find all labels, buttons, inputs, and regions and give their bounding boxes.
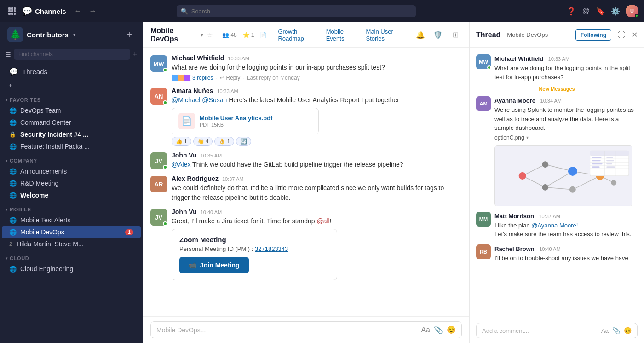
thread-message-content: Matt Morrison 10:37 AM I like the plan @… <box>494 212 638 239</box>
thread-message-header: Michael Whitfield 10:33 AM <box>494 54 638 63</box>
zoom-id-link[interactable]: 3271823343 <box>255 245 288 252</box>
thread-comment-input[interactable] <box>482 327 598 334</box>
message-sender-name: Michael Whitfield <box>172 54 224 62</box>
workspace-selector[interactable]: 🌲 Contributors ▾ <box>7 27 76 42</box>
zoom-meeting-id: Personal Meeting ID (PMI) : 3271823343 <box>179 245 329 252</box>
emoji-icon[interactable]: 😊 <box>624 327 632 334</box>
zoom-meeting-card: Zoom Meeting Personal Meeting ID (PMI) :… <box>172 229 337 280</box>
image-preview-card[interactable] <box>494 145 632 206</box>
cloud-chevron-icon: ▾ <box>6 256 8 261</box>
add-channel-button[interactable]: + <box>123 29 135 41</box>
favorites-section: ▾ FAVORITES 🌐 DevOps Team 🌐 Command Cent… <box>0 95 143 152</box>
workspace-name[interactable]: Contributors <box>27 31 69 39</box>
reaction-wave[interactable]: 👋4 <box>193 137 213 146</box>
lock-icon: 🔒 <box>9 131 17 138</box>
shield-icon[interactable]: 🛡️ <box>431 29 444 41</box>
search-input[interactable] <box>177 5 416 17</box>
filter-button[interactable]: ☰ <box>6 51 11 58</box>
grid-icon[interactable] <box>6 5 18 17</box>
sidebar-item-devops-team[interactable]: 🌐 DevOps Team <box>2 105 141 116</box>
attachment-icon[interactable]: 📎 <box>612 327 620 334</box>
file-attachment-card[interactable]: 📄 Mobile User Analytics.pdf PDF 15KB <box>172 108 319 134</box>
sidebar-add-channel-icon[interactable]: + <box>133 50 137 58</box>
emoji-icon[interactable]: 😊 <box>447 326 456 334</box>
font-size-icon[interactable]: Aa <box>601 327 609 334</box>
reaction-ok[interactable]: 👌1 <box>214 137 234 146</box>
sidebar-item-announcements[interactable]: 🌐 Announcements <box>2 165 141 177</box>
thread-replies-link[interactable]: 3 replies <box>192 75 213 81</box>
sidebar-item-label: Announcements <box>20 168 133 175</box>
add-item-row[interactable]: ＋ <box>0 80 143 92</box>
cloud-section-header[interactable]: ▾ CLOUD <box>0 254 143 263</box>
sidebar-item-dm-hilda[interactable]: 2 Hilda Martin, Steve M... <box>2 238 141 250</box>
sidebar-search-row: ☰ + <box>0 47 143 64</box>
sidebar-item-cloud-engineering[interactable]: 🌐 Cloud Engineering <box>2 263 141 275</box>
channel-panel: Mobile DevOps ▾ ☆ 👥 48 ⭐ 1 📄 Growth Road… <box>143 22 469 343</box>
sidebar-item-rd-meeting[interactable]: 🌐 R&D Meeting <box>2 177 141 189</box>
channel-link-mobile-events[interactable]: Mobile Events <box>322 28 362 42</box>
company-section-header[interactable]: ▾ COMPANY <box>0 156 143 165</box>
sidebar-item-command-center[interactable]: 🌐 Command Center <box>2 116 141 128</box>
user-avatar[interactable]: U <box>626 5 638 17</box>
attachment-icon[interactable]: 📎 <box>434 326 443 334</box>
unread-badge: 1 <box>125 229 133 235</box>
sidebar-item-label: Hilda Martin, Steve M... <box>17 240 133 248</box>
message-avatar: JV <box>150 209 167 226</box>
nav-back-button[interactable]: ← <box>72 5 85 17</box>
thread-panel: Thread Mobile DevOps Following ⛶ ✕ MW Mi… <box>469 22 644 343</box>
svg-rect-40 <box>606 157 613 158</box>
help-icon[interactable]: ❓ <box>567 6 576 16</box>
reaction-refresh[interactable]: 🔄 <box>236 137 251 146</box>
chevron-down-icon: ▾ <box>526 135 529 140</box>
threads-nav-item[interactable]: 💬 Threads <box>2 64 141 80</box>
join-meeting-button[interactable]: 📹 Join Meeting <box>179 257 249 273</box>
svg-rect-39 <box>592 166 600 168</box>
mobile-section-header[interactable]: ▾ MOBILE <box>0 205 143 214</box>
close-icon[interactable]: ✕ <box>632 30 638 39</box>
sidebar: 🌲 Contributors ▾ + ☰ + 💬 Threads ＋ ▾ <box>0 22 143 343</box>
message-sender-name: Alex Rodriguez <box>172 175 218 182</box>
font-size-icon[interactable]: Aa <box>421 326 430 334</box>
expand-icon[interactable]: ⛶ <box>618 31 625 39</box>
layout-icon[interactable]: ⊞ <box>449 29 462 41</box>
svg-rect-7 <box>11 13 13 15</box>
sidebar-item-welcome[interactable]: 🌐 Welcome <box>2 189 141 201</box>
sidebar-item-security-incident[interactable]: 🔒 Security Incident #4 ... <box>2 128 141 140</box>
channel-link-growth-roadmap[interactable]: Growth Roadmap <box>274 28 322 42</box>
message-header: Amara Nuñes 10:33 AM <box>172 87 462 94</box>
mobile-chevron-icon: ▾ <box>6 207 8 212</box>
company-section-label: COMPANY <box>10 158 37 163</box>
sidebar-item-mobile-test-alerts[interactable]: 🌐 Mobile Test Alerts <box>2 214 141 226</box>
svg-rect-28 <box>590 151 629 156</box>
channel-chevron-icon[interactable]: ▾ <box>201 32 203 38</box>
sidebar-item-mobile-devops[interactable]: 🌐 Mobile DevOps 1 <box>2 226 141 238</box>
message-timestamp: 10:35 AM <box>201 153 222 158</box>
settings-icon[interactable]: ⚙️ <box>611 6 620 16</box>
svg-rect-6 <box>8 13 11 15</box>
image-filename: optionC.png <box>494 134 524 141</box>
bookmark-icon[interactable]: 🔖 <box>596 6 605 16</box>
thread-input-box: Aa 📎 😊 <box>476 323 638 338</box>
thread-message-text: We're using Splunk to monitor the loggin… <box>494 105 638 133</box>
reaction-thumbsup[interactable]: 👍1 <box>172 137 191 146</box>
channel-message-input[interactable] <box>156 326 417 334</box>
mention-icon[interactable]: @ <box>581 6 591 16</box>
channel-link-main-user-stories[interactable]: Main User Stories <box>362 28 410 42</box>
mention-ayanna: @Ayanna Moore! <box>531 222 578 229</box>
channel-star-icon[interactable]: ☆ <box>207 31 213 39</box>
notification-bell-icon[interactable]: 🔔 <box>414 29 427 41</box>
sidebar-item-feature-install[interactable]: 🌐 Feature: Install Packa ... <box>2 140 141 152</box>
svg-rect-37 <box>592 160 601 161</box>
svg-rect-43 <box>606 166 615 168</box>
join-button-label: Join Meeting <box>200 262 240 269</box>
online-status-dot <box>635 14 638 17</box>
reply-button[interactable]: ↩ Reply <box>220 75 240 81</box>
message-sender-name: John Vu <box>172 208 197 215</box>
avatar-online-dot <box>163 221 167 226</box>
following-button[interactable]: Following <box>575 29 611 41</box>
favorites-section-header[interactable]: ▾ FAVORITES <box>0 95 143 105</box>
find-channels-input[interactable] <box>14 49 130 60</box>
image-file-label[interactable]: optionC.png ▾ <box>494 133 638 143</box>
nav-forward-button[interactable]: → <box>86 5 99 17</box>
message-header: Michael Whitfield 10:33 AM <box>172 54 462 62</box>
